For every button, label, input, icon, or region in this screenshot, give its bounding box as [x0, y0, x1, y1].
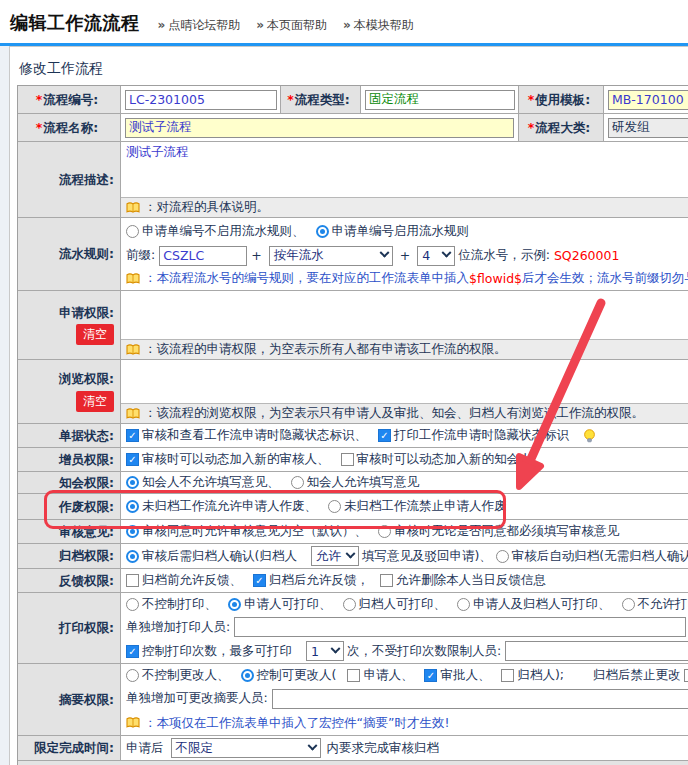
chevron-right-icon: » [256, 18, 264, 32]
print-applicant-radio[interactable]: 申请人可打印、 [228, 596, 332, 613]
form-row-print-perm: 打印权限:不控制打印、申请人可打印、归档人可打印、申请人及归档人可打印、不允许打… [18, 593, 688, 664]
option-label: 审核时无论是否同意都必须填写审核意见 [394, 523, 619, 540]
option-label: 审核同意时允许审核意见为空（默认）、 [142, 523, 367, 540]
plus-sign: + [400, 248, 410, 263]
form-row-basic-2: *流程名称: *流程大类: [18, 114, 688, 142]
hint-text: ：该流程的浏览权限，为空表示只有申请人及审批、知会、归档人有浏览该工作流的权限。 [144, 405, 644, 422]
print-uncontrolled-radio[interactable]: 不控制打印、 [126, 596, 217, 613]
void-forbid-radio[interactable]: 未归档工作流禁止申请人作废 [328, 498, 507, 515]
category-input[interactable] [608, 118, 688, 138]
chevron-down-icon [307, 740, 317, 750]
digits-select[interactable]: 4 [417, 246, 455, 266]
left-margin [0, 46, 9, 765]
option-label: 不控制打印、 [142, 596, 217, 613]
summary-archiver-checkbox[interactable]: 归档人); [501, 667, 564, 684]
row-label-feedback-perm: 反馈权限: [18, 569, 121, 592]
template-input[interactable] [608, 90, 688, 110]
notify-no-comment-radio[interactable]: 知会人不允许填写意见、 [126, 474, 280, 491]
print-count-select[interactable]: 1 [306, 641, 344, 661]
archive-comment-select[interactable]: 允许 [311, 546, 359, 566]
serial-on-radio[interactable]: 申请单编号启用流水规则 [316, 223, 470, 240]
clear-apply-perm-button[interactable]: 清空 [76, 324, 114, 345]
time-limit-suffix: 内要求完成审核归档 [327, 740, 440, 757]
comment-required-radio[interactable]: 审核时无论是否同意都必须填写审核意见 [378, 523, 619, 540]
add-notified-checkbox[interactable]: 审核时可以动态加入新的知会人 [341, 451, 532, 468]
row-content-void-perm: 未归档工作流允许申请人作废、未归档工作流禁止申请人作废 [121, 494, 688, 519]
process-type-input[interactable] [365, 90, 515, 110]
desc-textarea[interactable]: 测试子流程 [121, 142, 688, 197]
option-label: 知会人不允许填写意见、 [142, 474, 280, 491]
print-extra-input[interactable] [234, 617, 686, 637]
option-label: 不允许打印 [638, 596, 688, 613]
cycle-select[interactable]: 按年流水 [269, 246, 393, 266]
summary-approver-checkbox[interactable]: 审批人、 [424, 667, 490, 684]
chevron-down-icon [442, 248, 452, 258]
required-mark: * [36, 120, 43, 135]
form-row-flow-rule: 流水规则: 申请单编号不启用流水规则、 申请单编号启用流水规则 前缀: + 按年… [18, 218, 688, 291]
process-no-input[interactable] [125, 90, 277, 110]
checkbox-indicator [684, 669, 688, 682]
summary-controlled-radio[interactable]: 控制可更改人( [241, 667, 337, 684]
apply-perm-area[interactable] [121, 291, 688, 339]
help-link-module[interactable]: »本模块帮助 [343, 17, 414, 34]
desc-label: 流程描述: [18, 142, 121, 217]
print-limit-checkbox[interactable]: 控制打印次数，最多可打印 [126, 643, 292, 660]
form-row-bill-status: 单据状态:审核和查看工作流申请时隐藏状态标识、打印工作流申请时隐藏状态标识 [18, 424, 688, 448]
print-unlimited-input[interactable] [505, 641, 688, 661]
form-row-desc: 流程描述: 测试子流程 ：对流程的具体说明。 [18, 142, 688, 218]
view-perm-area[interactable] [121, 360, 688, 403]
summary-extra-input[interactable] [272, 689, 688, 709]
hide-status-review-checkbox[interactable]: 审核和查看工作流申请时隐藏状态标识、 [126, 427, 367, 444]
feedback-after-checkbox[interactable]: 归档后允许反馈， [253, 572, 369, 589]
row-content-print-perm: 不控制打印、申请人可打印、归档人可打印、申请人及归档人可打印、不允许打印单独增加… [121, 593, 688, 663]
process-name-label: *流程名称: [18, 114, 121, 141]
time-limit-select[interactable]: 不限定 [171, 738, 321, 758]
option-label: 审核后自动归档(无需归档人确认) [512, 548, 688, 565]
radio-indicator [126, 500, 139, 513]
page-body: 修改工作流程 *流程编号: *流程类型: *使用模板: *流程名称: *流程大类… [0, 46, 688, 765]
checkbox-indicator [126, 429, 139, 442]
archive-confirm-radio[interactable]: 审核后需归档人确认(归档人 [126, 548, 297, 565]
desc-content: 测试子流程 ：对流程的具体说明。 [121, 142, 688, 217]
add-reviewer-checkbox[interactable]: 审核时可以动态加入新的审核人、 [126, 451, 330, 468]
serial-off-radio[interactable]: 申请单编号不启用流水规则、 [126, 223, 305, 240]
select-value: 不限定 [176, 740, 214, 757]
feedback-delete-checkbox[interactable]: 允许删除本人当日反馈信息 [380, 572, 546, 589]
chevron-down-icon [345, 548, 355, 558]
help-link-page[interactable]: »本页面帮助 [256, 17, 327, 34]
clear-view-perm-button[interactable]: 清空 [76, 391, 114, 412]
archive-auto-radio[interactable]: 审核后自动归档(无需归档人确认) [496, 548, 688, 565]
chevron-right-icon: » [158, 18, 166, 32]
radio-indicator [126, 550, 139, 563]
option-label: 未归档工作流允许申请人作废、 [142, 498, 317, 515]
book-icon [126, 344, 140, 356]
radio-indicator [496, 550, 509, 563]
help-link-label: 点晴论坛帮助 [168, 18, 240, 32]
feedback-before-checkbox[interactable]: 归档前允许反馈、 [126, 572, 242, 589]
row-label-time-limit: 限定完成时间: [18, 736, 121, 760]
form-row-add-member-perm: 增员权限:审核时可以动态加入新的审核人、审核时可以动态加入新的知会人 [18, 448, 688, 472]
print-both-radio[interactable]: 申请人及归档人可打印、 [457, 596, 611, 613]
prefix-input[interactable] [159, 246, 247, 266]
book-icon [126, 273, 140, 285]
summary-uncontrolled-radio[interactable]: 不控制更改人、 [126, 667, 230, 684]
radio-indicator [228, 598, 241, 611]
help-link-forum[interactable]: »点晴论坛帮助 [158, 17, 241, 34]
print-forbid-radio[interactable]: 不允许打印 [622, 596, 688, 613]
section-title: 修改工作流程 [10, 47, 688, 85]
comment-optional-radio[interactable]: 审核同意时允许审核意见为空（默认）、 [126, 523, 367, 540]
summary-lock-checkbox[interactable] [684, 669, 688, 682]
notify-comment-radio[interactable]: 知会人允许填写意见 [291, 474, 420, 491]
prefix-label: 前缀: [126, 247, 155, 264]
summary-applicant-checkbox[interactable]: 申请人、 [347, 667, 413, 684]
print-archiver-radio[interactable]: 归档人可打印、 [343, 596, 447, 613]
hide-status-print-checkbox[interactable]: 打印工作流申请时隐藏状态标识 [378, 427, 569, 444]
bulb-icon [582, 428, 597, 443]
process-name-input[interactable] [125, 118, 514, 138]
form-row-view-perm: 浏览权限: 清空 ：该流程的浏览权限，为空表示只有申请人及审批、知会、归档人有浏… [18, 360, 688, 424]
page-title: 编辑工作流流程 [10, 11, 140, 35]
required-mark: * [528, 120, 535, 135]
row-content-time-limit: 申请后不限定内要求完成审核归档 [121, 736, 688, 760]
void-allow-radio[interactable]: 未归档工作流允许申请人作废、 [126, 498, 317, 515]
checkbox-indicator [378, 429, 391, 442]
